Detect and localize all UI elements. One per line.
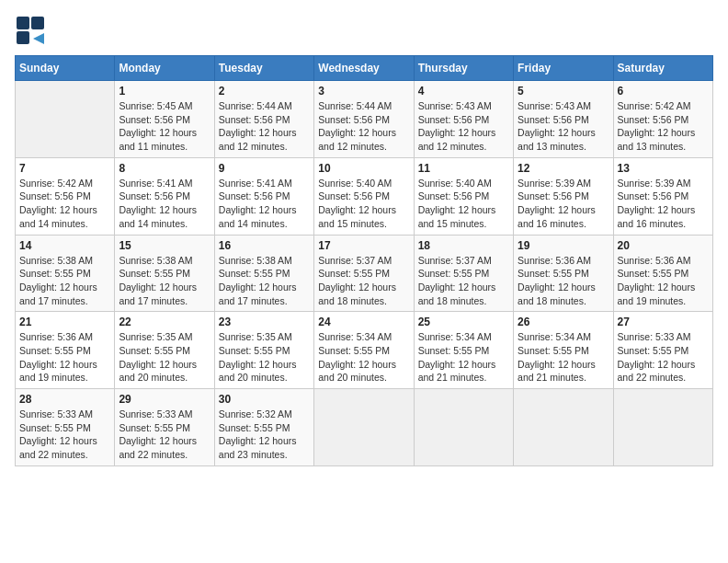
calendar-cell [613, 389, 712, 466]
day-number: 25 [418, 316, 509, 328]
calendar-week-row: 14Sunrise: 5:38 AM Sunset: 5:55 PM Dayli… [16, 235, 713, 312]
calendar-cell [514, 389, 613, 466]
calendar-cell: 19Sunrise: 5:36 AM Sunset: 5:55 PM Dayli… [514, 235, 613, 312]
day-number: 22 [119, 316, 210, 328]
day-info: Sunrise: 5:41 AM Sunset: 5:56 PM Dayligh… [219, 177, 310, 231]
calendar-cell: 14Sunrise: 5:38 AM Sunset: 5:55 PM Dayli… [16, 235, 115, 312]
calendar-cell: 22Sunrise: 5:35 AM Sunset: 5:55 PM Dayli… [115, 312, 214, 389]
logo [15, 15, 51, 48]
day-info: Sunrise: 5:43 AM Sunset: 5:56 PM Dayligh… [418, 99, 509, 154]
day-header-sunday: Sunday [16, 56, 115, 81]
day-number: 1 [119, 85, 210, 98]
day-number: 8 [119, 162, 210, 175]
svg-rect-1 [31, 17, 44, 29]
day-number: 24 [318, 316, 409, 328]
calendar-cell: 15Sunrise: 5:38 AM Sunset: 5:55 PM Dayli… [115, 235, 214, 312]
calendar-table: SundayMondayTuesdayWednesdayThursdayFrid… [15, 55, 713, 466]
calendar-cell: 24Sunrise: 5:34 AM Sunset: 5:55 PM Dayli… [314, 312, 414, 389]
day-header-monday: Monday [115, 56, 214, 81]
calendar-cell: 10Sunrise: 5:40 AM Sunset: 5:56 PM Dayli… [314, 157, 414, 235]
calendar-header-row: SundayMondayTuesdayWednesdayThursdayFrid… [16, 56, 713, 81]
calendar-cell: 27Sunrise: 5:33 AM Sunset: 5:55 PM Dayli… [613, 312, 712, 389]
day-number: 27 [618, 316, 709, 328]
calendar-week-row: 1Sunrise: 5:45 AM Sunset: 5:56 PM Daylig… [16, 81, 713, 158]
calendar-cell: 9Sunrise: 5:41 AM Sunset: 5:56 PM Daylig… [214, 157, 313, 235]
day-number: 15 [119, 239, 210, 252]
day-info: Sunrise: 5:34 AM Sunset: 5:55 PM Dayligh… [518, 330, 609, 385]
day-number: 4 [418, 85, 509, 98]
day-info: Sunrise: 5:45 AM Sunset: 5:56 PM Dayligh… [119, 99, 210, 154]
day-info: Sunrise: 5:37 AM Sunset: 5:55 PM Dayligh… [318, 254, 409, 308]
day-info: Sunrise: 5:36 AM Sunset: 5:55 PM Dayligh… [518, 254, 609, 308]
day-number: 10 [318, 162, 409, 175]
calendar-week-row: 21Sunrise: 5:36 AM Sunset: 5:55 PM Dayli… [16, 312, 713, 389]
calendar-cell: 4Sunrise: 5:43 AM Sunset: 5:56 PM Daylig… [414, 81, 513, 158]
day-info: Sunrise: 5:40 AM Sunset: 5:56 PM Dayligh… [318, 177, 409, 231]
day-header-tuesday: Tuesday [214, 56, 313, 81]
calendar-cell: 13Sunrise: 5:39 AM Sunset: 5:56 PM Dayli… [613, 157, 712, 235]
day-number: 3 [318, 85, 409, 98]
day-info: Sunrise: 5:42 AM Sunset: 5:56 PM Dayligh… [618, 99, 709, 154]
calendar-cell: 23Sunrise: 5:35 AM Sunset: 5:55 PM Dayli… [214, 312, 313, 389]
day-info: Sunrise: 5:44 AM Sunset: 5:56 PM Dayligh… [318, 99, 409, 154]
calendar-cell: 11Sunrise: 5:40 AM Sunset: 5:56 PM Dayli… [414, 157, 513, 235]
day-info: Sunrise: 5:32 AM Sunset: 5:55 PM Dayligh… [219, 408, 310, 462]
calendar-week-row: 7Sunrise: 5:42 AM Sunset: 5:56 PM Daylig… [16, 157, 713, 235]
calendar-cell: 20Sunrise: 5:36 AM Sunset: 5:55 PM Dayli… [613, 235, 712, 312]
calendar-cell: 3Sunrise: 5:44 AM Sunset: 5:56 PM Daylig… [314, 81, 414, 158]
day-number: 14 [19, 239, 110, 252]
svg-marker-3 [33, 33, 44, 44]
day-info: Sunrise: 5:38 AM Sunset: 5:55 PM Dayligh… [219, 254, 310, 308]
day-number: 5 [518, 85, 609, 98]
day-number: 9 [219, 162, 310, 175]
day-number: 29 [119, 393, 210, 406]
day-number: 23 [219, 316, 310, 328]
day-info: Sunrise: 5:34 AM Sunset: 5:55 PM Dayligh… [318, 330, 409, 385]
day-info: Sunrise: 5:36 AM Sunset: 5:55 PM Dayligh… [19, 330, 110, 385]
calendar-cell: 26Sunrise: 5:34 AM Sunset: 5:55 PM Dayli… [514, 312, 613, 389]
day-number: 18 [418, 239, 509, 252]
calendar-cell: 5Sunrise: 5:43 AM Sunset: 5:56 PM Daylig… [514, 81, 613, 158]
calendar-cell [314, 389, 414, 466]
calendar-cell: 12Sunrise: 5:39 AM Sunset: 5:56 PM Dayli… [514, 157, 613, 235]
day-info: Sunrise: 5:41 AM Sunset: 5:56 PM Dayligh… [119, 177, 210, 231]
day-info: Sunrise: 5:42 AM Sunset: 5:56 PM Dayligh… [19, 177, 110, 231]
day-number: 30 [219, 393, 310, 406]
day-number: 13 [618, 162, 709, 175]
calendar-cell: 29Sunrise: 5:33 AM Sunset: 5:55 PM Dayli… [115, 389, 214, 466]
day-info: Sunrise: 5:33 AM Sunset: 5:55 PM Dayligh… [618, 330, 709, 385]
day-info: Sunrise: 5:37 AM Sunset: 5:55 PM Dayligh… [418, 254, 509, 308]
svg-rect-2 [17, 31, 29, 44]
calendar-cell: 16Sunrise: 5:38 AM Sunset: 5:55 PM Dayli… [214, 235, 313, 312]
day-number: 2 [219, 85, 310, 98]
day-header-friday: Friday [514, 56, 613, 81]
day-header-thursday: Thursday [414, 56, 513, 81]
day-info: Sunrise: 5:35 AM Sunset: 5:55 PM Dayligh… [119, 330, 210, 385]
day-info: Sunrise: 5:39 AM Sunset: 5:56 PM Dayligh… [518, 177, 609, 231]
day-info: Sunrise: 5:44 AM Sunset: 5:56 PM Dayligh… [219, 99, 310, 154]
calendar-cell [414, 389, 513, 466]
day-info: Sunrise: 5:38 AM Sunset: 5:55 PM Dayligh… [119, 254, 210, 308]
day-number: 17 [318, 239, 409, 252]
calendar-cell: 21Sunrise: 5:36 AM Sunset: 5:55 PM Dayli… [16, 312, 115, 389]
calendar-body: 1Sunrise: 5:45 AM Sunset: 5:56 PM Daylig… [16, 81, 713, 466]
day-info: Sunrise: 5:33 AM Sunset: 5:55 PM Dayligh… [119, 408, 210, 462]
day-number: 11 [418, 162, 509, 175]
day-number: 7 [19, 162, 110, 175]
day-number: 16 [219, 239, 310, 252]
calendar-cell: 1Sunrise: 5:45 AM Sunset: 5:56 PM Daylig… [115, 81, 214, 158]
day-info: Sunrise: 5:40 AM Sunset: 5:56 PM Dayligh… [418, 177, 509, 231]
calendar-cell: 8Sunrise: 5:41 AM Sunset: 5:56 PM Daylig… [115, 157, 214, 235]
day-header-saturday: Saturday [613, 56, 712, 81]
svg-rect-0 [17, 17, 29, 29]
day-info: Sunrise: 5:39 AM Sunset: 5:56 PM Dayligh… [618, 177, 709, 231]
calendar-cell [16, 81, 115, 158]
calendar-cell: 7Sunrise: 5:42 AM Sunset: 5:56 PM Daylig… [16, 157, 115, 235]
calendar-cell: 30Sunrise: 5:32 AM Sunset: 5:55 PM Dayli… [214, 389, 313, 466]
calendar-cell: 18Sunrise: 5:37 AM Sunset: 5:55 PM Dayli… [414, 235, 513, 312]
day-info: Sunrise: 5:33 AM Sunset: 5:55 PM Dayligh… [19, 408, 110, 462]
day-info: Sunrise: 5:34 AM Sunset: 5:55 PM Dayligh… [418, 330, 509, 385]
day-header-wednesday: Wednesday [314, 56, 414, 81]
day-number: 28 [19, 393, 110, 406]
page-header [15, 15, 713, 48]
